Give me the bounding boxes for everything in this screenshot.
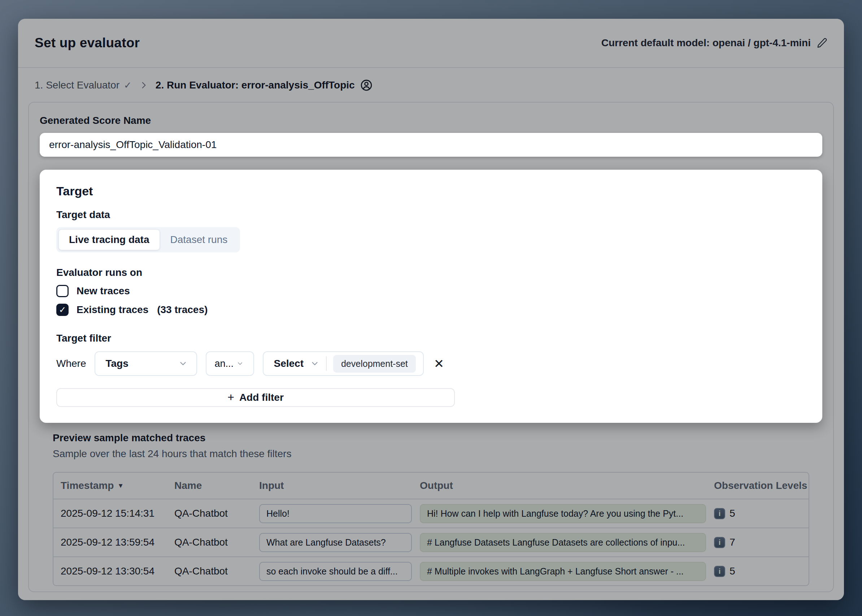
output-pill: Hi! How can I help with Langfuse today? … [420,504,706,523]
breadcrumb-step1-label: 1. Select Evaluator [35,79,119,91]
filter-column-select[interactable]: Tags [94,351,197,376]
input-pill: What are Langfuse Datasets? [259,533,412,552]
check-icon: ✓ [59,305,66,314]
filter-operator-value: an... [214,358,234,369]
evaluator-runs-on-label: Evaluator runs on [56,267,806,278]
close-icon: ✕ [434,357,444,371]
breadcrumb-step-run-evaluator: 2. Run Evaluator: error-analysis_OffTopi… [155,79,373,92]
breadcrumb-step-select-evaluator[interactable]: 1. Select Evaluator ✓ [35,79,132,91]
modal-header: Set up evaluator Current default model: … [18,19,844,68]
plus-icon: + [228,391,234,403]
check-icon: ✓ [124,80,132,91]
cell-timestamp: 2025-09-12 13:59:54 [53,537,174,548]
matched-traces-table: Timestamp ▼ Name Input Output Observatio… [53,472,809,586]
default-model-info: Current default model: openai / gpt-4.1-… [601,37,827,49]
column-header-output: Output [420,480,714,492]
target-data-toggle: Live tracing data Dataset runs [56,227,240,252]
preview-section: Preview sample matched traces Sample ove… [53,432,809,460]
observation-count: 7 [730,537,735,548]
sort-desc-icon: ▼ [117,482,124,490]
existing-traces-count: (33 traces) [157,304,207,316]
table-row[interactable]: 2025-09-12 13:59:54 QA-Chatbot What are … [53,528,809,556]
page-title: Set up evaluator [35,35,140,50]
chevron-down-icon [310,359,319,368]
cell-observation-levels: i 5 [714,566,809,577]
observation-count: 5 [730,508,735,519]
edit-pencil-icon[interactable] [816,38,827,49]
column-header-name: Name [174,480,259,492]
table-row[interactable]: 2025-09-12 13:30:54 QA-Chatbot so each i… [53,556,809,585]
add-filter-button[interactable]: + Add filter [56,388,455,407]
filter-value-select[interactable]: Select development-set [263,351,424,376]
output-pill: # Multiple invokes with LangGraph + Lang… [420,562,706,581]
output-pill: # Langfuse Datasets Langfuse Datasets ar… [420,533,706,552]
breadcrumb: 1. Select Evaluator ✓ 2. Run Evaluator: … [18,68,844,97]
input-pill: so each invoke should be a diff... [259,562,412,581]
tab-dataset-runs[interactable]: Dataset runs [160,229,238,250]
checkbox-new-traces[interactable] [56,285,69,297]
divider [326,357,327,371]
cell-timestamp: 2025-09-12 15:14:31 [53,508,174,519]
cell-observation-levels: i 5 [714,508,809,519]
preview-title: Preview sample matched traces [53,432,809,444]
observation-count: 5 [730,566,735,577]
cell-observation-levels: i 7 [714,537,809,548]
filter-row: Where Tags an... Select development-set [56,351,806,376]
cell-name: QA-Chatbot [174,537,259,548]
score-name-label: Generated Score Name [40,115,822,126]
checkbox-new-traces-label: New traces [77,285,130,297]
table-header-row: Timestamp ▼ Name Input Output Observatio… [53,473,809,499]
filter-value-chip: development-set [333,355,416,372]
chevron-down-icon [236,360,243,367]
table-row[interactable]: 2025-09-12 15:14:31 QA-Chatbot Hello! Hi… [53,499,809,528]
user-circle-icon[interactable] [360,79,373,92]
target-data-label: Target data [56,209,806,221]
column-header-timestamp[interactable]: Timestamp ▼ [53,480,174,492]
score-name-input[interactable] [40,133,822,157]
chevron-down-icon [178,359,188,368]
input-pill: Hello! [259,504,412,523]
chevron-right-icon [139,80,148,90]
target-title: Target [56,184,806,198]
remove-filter-button[interactable]: ✕ [434,357,444,370]
filter-operator-select[interactable]: an... [206,351,254,376]
checkbox-row-existing-traces[interactable]: ✓ Existing traces (33 traces) [56,304,806,316]
setup-evaluator-modal: Set up evaluator Current default model: … [18,19,844,600]
target-filter-label: Target filter [56,333,806,344]
cell-name: QA-Chatbot [174,508,259,519]
checkbox-existing-traces[interactable]: ✓ [56,304,69,316]
app-background: Set up evaluator Current default model: … [0,0,862,616]
default-model-label: Current default model: openai / gpt-4.1-… [601,37,811,49]
preview-subtitle: Sample over the last 24 hours that match… [53,448,809,460]
target-card: Target Target data Live tracing data Dat… [40,170,822,423]
info-icon: i [714,566,725,577]
cell-timestamp: 2025-09-12 13:30:54 [53,566,174,577]
info-icon: i [714,508,725,519]
add-filter-label: Add filter [239,392,284,403]
column-header-input: Input [259,480,420,492]
column-header-observation-levels: Observation Levels [714,480,809,492]
checkbox-row-new-traces[interactable]: New traces [56,285,806,297]
checkbox-existing-traces-label: Existing traces [77,304,148,316]
filter-column-value: Tags [105,358,128,369]
info-icon: i [714,537,725,548]
filter-where-label: Where [56,358,86,369]
filter-value-placeholder: Select [273,358,303,369]
run-evaluator-panel: Generated Score Name Target Target data … [28,102,834,592]
tab-live-tracing-data[interactable]: Live tracing data [58,229,160,250]
breadcrumb-step2-label: 2. Run Evaluator: error-analysis_OffTopi… [155,79,355,91]
cell-name: QA-Chatbot [174,566,259,577]
